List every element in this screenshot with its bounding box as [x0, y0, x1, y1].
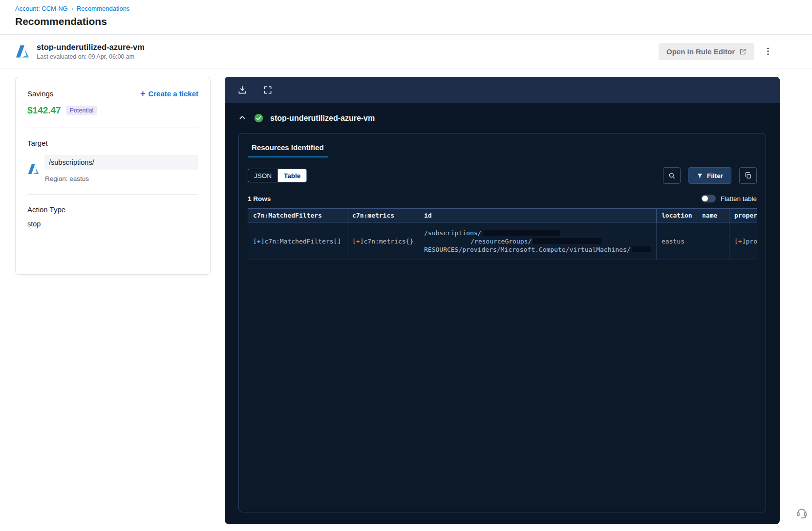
filter-button[interactable]: Filter: [688, 167, 731, 184]
table-actions: Filter: [663, 167, 757, 184]
download-button[interactable]: [236, 84, 248, 96]
target-row: /subscriptions/ Region: eastus: [27, 155, 198, 182]
id-line-3: RESOURCES/providers/Microsoft.Compute/vi…: [424, 245, 631, 254]
rows-count: 1 Rows: [248, 195, 271, 202]
card-divider: [27, 194, 198, 195]
flatten-toggle[interactable]: [701, 195, 716, 202]
resources-table: c7n:MatchedFilters c7n:metrics id locati…: [248, 208, 757, 260]
column-header-name: name: [697, 209, 729, 222]
target-label: Target: [27, 139, 198, 147]
breadcrumb-bar: Account: CCM-NG › Recommendations Recomm…: [0, 0, 812, 35]
savings-potential-badge: Potential: [66, 106, 98, 115]
cell-matched-filters: [+]c7n:MatchedFilters[]: [248, 222, 347, 260]
fullscreen-icon: [263, 85, 273, 95]
collapse-button[interactable]: [237, 113, 247, 123]
cell-metrics: [+]c7n:metrics{}: [347, 222, 419, 260]
download-icon: [237, 85, 247, 95]
view-toggle-json[interactable]: JSON: [248, 169, 278, 182]
table-meta-row: 1 Rows Flatten table: [248, 195, 757, 202]
savings-amount: $142.47: [27, 105, 61, 116]
column-header-id: id: [419, 209, 657, 222]
create-ticket-button[interactable]: + Create a ticket: [140, 89, 198, 98]
action-type-label: Action Type: [27, 205, 198, 214]
redacted-vm-name: [632, 246, 651, 252]
plus-icon: +: [140, 89, 146, 98]
open-in-rule-editor-button[interactable]: Open in Rule Editor: [659, 43, 754, 60]
resources-identified-box: Resources Identified JSON Table Filter: [238, 133, 766, 512]
create-ticket-label: Create a ticket: [148, 89, 198, 98]
id-line-1: /subscriptions/: [424, 229, 481, 237]
cell-name: [697, 222, 729, 260]
tab-resources-identified[interactable]: Resources Identified: [248, 140, 328, 157]
column-header-location: location: [657, 209, 697, 222]
savings-label: Savings: [27, 89, 53, 98]
redacted-subscription-id: [483, 230, 560, 236]
support-icon[interactable]: [795, 507, 808, 519]
fullscreen-button[interactable]: [262, 84, 274, 96]
flatten-label: Flatten table: [721, 195, 757, 202]
filter-icon: [697, 173, 703, 179]
rule-last-evaluated: Last evaluated on: 09 Apr, 06:00 am: [37, 53, 145, 60]
azure-icon: [27, 163, 40, 175]
expand-metrics[interactable]: [+]c7n:metrics{}: [352, 238, 413, 245]
target-path: /subscriptions/: [44, 155, 198, 170]
chevron-up-icon: [238, 113, 247, 122]
main-content: Savings + Create a ticket $142.47 Potent…: [0, 68, 812, 524]
rule-title: stop-underutilized-azure-vm: [37, 43, 145, 52]
breadcrumb-account-link[interactable]: Account: CCM-NG: [15, 5, 68, 12]
cell-id: /subscriptions/ /resourceGroups/ RESOURC…: [419, 222, 657, 260]
id-line-2: /resourceGroups/: [470, 237, 532, 245]
target-region: Region: eastus: [44, 175, 198, 182]
expand-properties[interactable]: [+]properties{}: [734, 238, 757, 245]
action-type-value: stop: [27, 220, 198, 228]
table-controls-row: JSON Table Filter: [248, 167, 757, 184]
copy-icon: [744, 172, 752, 179]
card-divider: [27, 128, 198, 128]
external-link-icon: [739, 48, 747, 55]
panel-toolbar: [225, 77, 780, 103]
recommendation-details-card: Savings + Create a ticket $142.47 Potent…: [15, 77, 211, 275]
view-toggle: JSON Table: [248, 169, 307, 182]
column-header-matched-filters: c7n:MatchedFilters: [248, 209, 347, 222]
kebab-icon: [763, 46, 773, 56]
expand-matched-filters[interactable]: [+]c7n:MatchedFilters[]: [253, 238, 341, 245]
panel-rule-row: stop-underutilized-azure-vm: [225, 103, 780, 123]
table-header-row: c7n:MatchedFilters c7n:metrics id locati…: [248, 209, 757, 222]
breadcrumb-chevron-icon: ›: [71, 5, 73, 12]
search-icon: [668, 172, 676, 179]
cell-properties: [+]properties{}: [729, 222, 757, 260]
column-header-properties: properties: [729, 209, 757, 222]
cell-location: eastus: [657, 222, 697, 260]
table-row: [+]c7n:MatchedFilters[] [+]c7n:metrics{}…: [248, 222, 757, 260]
redacted-resource-group: [533, 238, 601, 244]
azure-icon: [15, 44, 30, 59]
view-toggle-table[interactable]: Table: [278, 169, 306, 182]
filter-label: Filter: [707, 172, 723, 179]
rule-header: stop-underutilized-azure-vm Last evaluat…: [0, 35, 812, 68]
panel-rule-title: stop-underutilized-azure-vm: [270, 114, 375, 123]
breadcrumb: Account: CCM-NG › Recommendations: [15, 5, 797, 12]
rule-header-text: stop-underutilized-azure-vm Last evaluat…: [37, 43, 145, 60]
page-title: Recommendations: [15, 16, 797, 27]
column-header-metrics: c7n:metrics: [347, 209, 419, 222]
flatten-control: Flatten table: [701, 195, 757, 202]
tabs-row: Resources Identified: [248, 133, 757, 157]
success-check-icon: [254, 113, 264, 123]
search-button[interactable]: [663, 167, 681, 184]
open-in-rule-editor-label: Open in Rule Editor: [666, 47, 735, 56]
resources-panel: stop-underutilized-azure-vm Resources Id…: [225, 77, 780, 524]
more-options-button[interactable]: [761, 44, 775, 59]
breadcrumb-current-link[interactable]: Recommendations: [77, 5, 129, 12]
resources-table-wrapper: c7n:MatchedFilters c7n:metrics id locati…: [248, 208, 757, 260]
copy-button[interactable]: [739, 167, 757, 184]
